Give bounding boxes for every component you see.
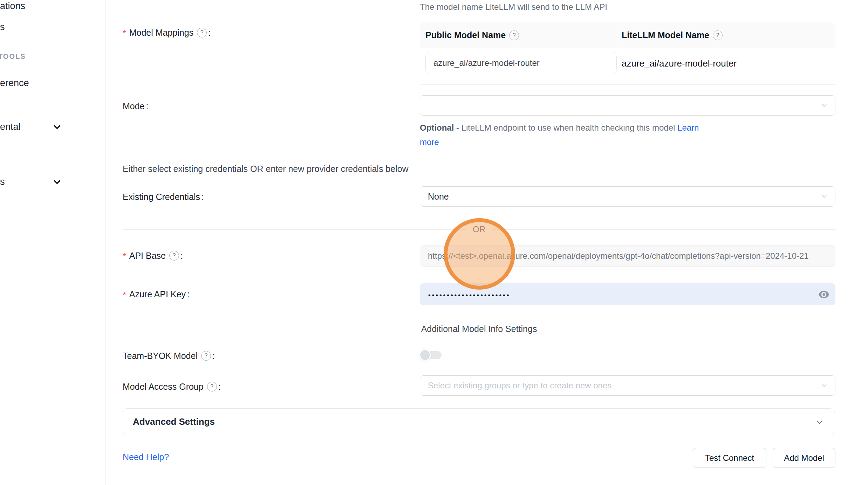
model-access-group-select[interactable]: Select existing groups or type to create… [420, 375, 835, 396]
litellm-model-name-header-text: LiteLLM Model Name [622, 30, 709, 40]
api-base-label: * API Base ? : [123, 250, 183, 262]
sidebar-item-organizations[interactable]: ations [0, 1, 25, 12]
chevron-down-icon [820, 193, 828, 200]
click-highlight-overlay [444, 218, 515, 290]
help-icon[interactable]: ? [509, 30, 519, 40]
required-marker: * [123, 290, 126, 300]
mode-help-line2: more [420, 137, 439, 147]
learn-more-link[interactable]: more [420, 137, 439, 147]
test-connect-button[interactable]: Test Connect [693, 448, 766, 468]
chevron-down-icon [52, 177, 62, 187]
api-base-label-text: API Base [129, 251, 166, 261]
help-icon[interactable]: ? [713, 30, 723, 40]
help-icon[interactable]: ? [169, 251, 179, 261]
colon: : [146, 101, 149, 111]
mode-help-bold: Optional [420, 123, 454, 132]
add-model-button[interactable]: Add Model [773, 448, 835, 468]
masked-api-key: •••••••••••••••••••••• [428, 291, 510, 299]
mode-select[interactable] [420, 95, 835, 116]
sidebar-section-tools: TOOLS [0, 53, 26, 61]
model-mappings-label: * Model Mappings ? : [123, 27, 211, 39]
colon: : [180, 251, 183, 261]
credentials-note: Either select existing credentials OR en… [123, 164, 409, 174]
advanced-settings-panel[interactable]: Advanced Settings [122, 408, 835, 435]
litellm-model-name-hint: The model name LiteLLM will send to the … [420, 2, 607, 12]
public-model-name-header: Public Model Name ? [425, 22, 519, 48]
azure-api-key-label: * Azure API Key : [123, 288, 190, 300]
sidebar: ations s TOOLS erence ental s [0, 0, 105, 485]
colon: : [212, 351, 215, 361]
public-model-name-input[interactable] [425, 52, 617, 74]
need-help-link[interactable]: Need Help? [123, 452, 169, 462]
model-access-group-label: Model Access Group ? : [123, 381, 221, 393]
colon: : [208, 28, 211, 38]
eye-icon[interactable] [818, 289, 830, 300]
colon: : [187, 289, 190, 299]
chevron-down-icon [815, 418, 824, 427]
colon: : [201, 192, 204, 202]
chevron-down-icon [52, 122, 62, 132]
azure-api-key-label-text: Azure API Key [129, 289, 186, 299]
existing-credentials-label-text: Existing Credentials [123, 192, 200, 202]
sidebar-item-api-reference[interactable]: erence [0, 78, 29, 89]
model-access-group-label-text: Model Access Group [123, 382, 204, 392]
mode-help-text: - LiteLLM endpoint to use when health ch… [456, 123, 675, 132]
model-mappings-table-header: Public Model Name ? LiteLLM Model Name ? [420, 22, 835, 48]
content-bottom-border [105, 482, 838, 482]
team-byok-label: Team-BYOK Model ? : [123, 350, 215, 362]
team-byok-label-text: Team-BYOK Model [123, 351, 198, 361]
sidebar-item-experimental[interactable]: ental [0, 122, 21, 132]
litellm-model-name-value: azure_ai/azure-model-router [622, 52, 737, 75]
mode-label-text: Mode [123, 101, 145, 111]
toggle-knob [419, 349, 431, 361]
model-mappings-label-text: Model Mappings [129, 28, 193, 38]
help-icon[interactable]: ? [197, 28, 207, 37]
additional-info-divider-text: Additional Model Info Settings [415, 324, 544, 334]
mode-label: Mode : [123, 100, 149, 112]
public-model-name-header-text: Public Model Name [425, 30, 506, 40]
sidebar-item-guardrails[interactable]: s [0, 22, 5, 33]
add-model-page: ations s TOOLS erence ental s The model … [0, 0, 868, 485]
advanced-settings-label: Advanced Settings [133, 416, 215, 427]
chevron-down-icon [820, 102, 828, 109]
content-right-border [838, 0, 838, 485]
sidebar-item-settings[interactable]: s [0, 176, 5, 187]
learn-more-link[interactable]: Learn [677, 123, 699, 132]
chevron-down-icon [820, 382, 828, 389]
required-marker: * [123, 251, 126, 262]
additional-info-divider: Additional Model Info Settings [123, 324, 835, 334]
existing-credentials-select[interactable]: None [420, 186, 835, 207]
colon: : [218, 382, 221, 392]
help-icon[interactable]: ? [207, 382, 217, 392]
litellm-model-name-header: LiteLLM Model Name ? [622, 22, 723, 48]
header-divider [617, 28, 617, 43]
help-icon[interactable]: ? [201, 351, 211, 361]
model-access-group-placeholder: Select existing groups or type to create… [428, 381, 611, 390]
team-byok-toggle[interactable] [420, 349, 443, 361]
required-marker: * [123, 28, 126, 39]
existing-credentials-value: None [428, 192, 449, 202]
existing-credentials-label: Existing Credentials : [123, 191, 204, 203]
mode-help-line1: Optional - LiteLLM endpoint to use when … [420, 123, 699, 133]
model-mappings-table: Public Model Name ? LiteLLM Model Name ?… [420, 22, 835, 85]
